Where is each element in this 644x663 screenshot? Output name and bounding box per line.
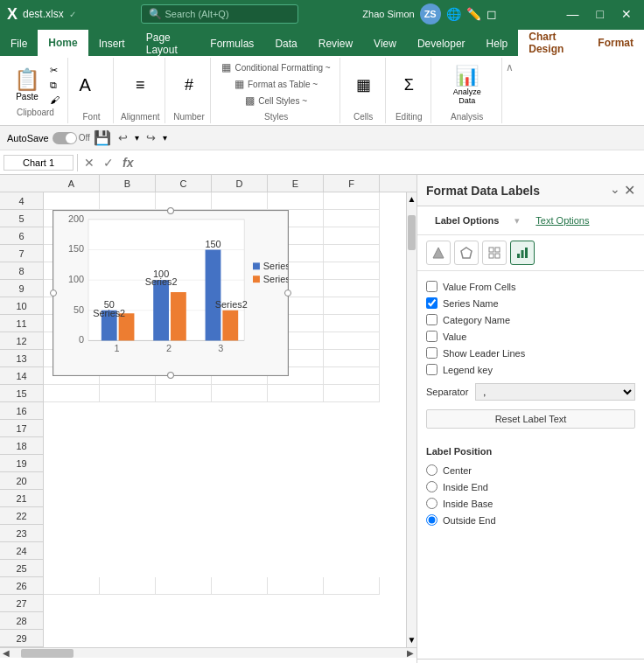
- save-button[interactable]: 💾: [94, 129, 111, 146]
- ribbon-collapse-button[interactable]: ∧: [506, 61, 514, 73]
- panel-tabs: Label Options ▾ Text Options: [417, 206, 644, 235]
- row-28: 28: [0, 612, 43, 630]
- file-name[interactable]: dest.xlsx: [23, 8, 64, 20]
- row-26: 26: [0, 577, 43, 595]
- editing-options[interactable]: Σ: [393, 74, 424, 96]
- font-family-selector[interactable]: A: [76, 73, 108, 97]
- paste-button[interactable]: 📋 Paste: [9, 64, 46, 106]
- checkbox-legend-key[interactable]: Legend key: [426, 361, 635, 378]
- chart-handle-bottom-right[interactable]: [167, 372, 174, 379]
- redo-button[interactable]: ↪: [143, 130, 159, 145]
- inside-base-radio[interactable]: [426, 498, 438, 509]
- undo-dropdown[interactable]: ▾: [135, 133, 139, 143]
- outside-end-radio[interactable]: [426, 514, 438, 526]
- row-12: 12: [0, 332, 43, 350]
- tab-home[interactable]: Home: [38, 30, 88, 56]
- reset-label-text-button[interactable]: Reset Label Text: [426, 409, 635, 429]
- chart-handle-middle-right[interactable]: [284, 290, 291, 297]
- series-name-checkbox[interactable]: [426, 297, 438, 309]
- name-box[interactable]: Chart 1: [4, 155, 74, 171]
- formula-input[interactable]: [139, 156, 640, 170]
- scroll-down-button[interactable]: ▼: [407, 633, 416, 647]
- tab-data[interactable]: Data: [264, 31, 307, 56]
- analyze-data-button[interactable]: 📊 Analyze Data: [442, 63, 493, 107]
- tab-chart-design[interactable]: Chart Design: [518, 30, 587, 56]
- radio-center[interactable]: Center: [426, 462, 635, 478]
- panel-icon-bar-chart[interactable]: [510, 241, 535, 265]
- undo-button[interactable]: ↩: [115, 130, 131, 145]
- scroll-left-button[interactable]: ◀: [0, 648, 12, 658]
- tab-label-options[interactable]: Label Options: [426, 212, 508, 229]
- value-from-cells-checkbox[interactable]: [426, 281, 438, 292]
- panel-icon-fill[interactable]: [426, 241, 451, 265]
- panel-scroll-area[interactable]: Value From Cells Series Name Category Na…: [417, 271, 644, 659]
- h-scroll-track[interactable]: [12, 648, 404, 659]
- checkbox-show-leader-lines[interactable]: Show Leader Lines: [426, 345, 635, 361]
- close-button[interactable]: ✕: [616, 5, 637, 23]
- formula-cancel-icon[interactable]: ✕: [81, 155, 97, 171]
- format-painter-button[interactable]: 🖌: [47, 94, 62, 106]
- radio-inside-base[interactable]: Inside Base: [426, 495, 635, 512]
- tab-text-options[interactable]: Text Options: [527, 212, 598, 229]
- horizontal-scrollbar[interactable]: ◀ ▶: [0, 647, 416, 658]
- scroll-right-button[interactable]: ▶: [404, 648, 416, 658]
- separator-select[interactable]: , ; . (New Line): [475, 383, 635, 401]
- cells-area[interactable]: 200 150 100 50 0: [44, 192, 406, 647]
- search-box[interactable]: 🔍: [141, 4, 298, 24]
- formula-fx-icon[interactable]: fx: [120, 155, 136, 171]
- cut-button[interactable]: ✂: [47, 64, 62, 77]
- tab-separator: ▾: [514, 215, 520, 227]
- copy-button[interactable]: ⧉: [47, 79, 62, 92]
- checkbox-value[interactable]: Value: [426, 328, 635, 345]
- tab-page-layout[interactable]: Page Layout: [136, 31, 200, 56]
- panel-header: Format Data Labels ⌄ ✕: [417, 175, 644, 206]
- minimize-button[interactable]: —: [562, 5, 584, 23]
- search-input[interactable]: [165, 9, 288, 19]
- inside-end-radio[interactable]: [426, 481, 438, 492]
- checkbox-category-name[interactable]: Category Name: [426, 311, 635, 328]
- show-leader-lines-checkbox[interactable]: [426, 347, 438, 359]
- row-7: 7: [0, 245, 43, 262]
- alignment-options[interactable]: ≡: [124, 74, 156, 96]
- quick-access-customize[interactable]: ▾: [163, 133, 167, 143]
- autosave-toggle[interactable]: Off: [52, 132, 90, 144]
- tab-file[interactable]: File: [0, 31, 38, 56]
- value-checkbox[interactable]: [426, 331, 438, 342]
- cells-controls: ▦: [347, 59, 379, 110]
- tab-insert[interactable]: Insert: [88, 31, 136, 56]
- legend-key-checkbox[interactable]: [426, 364, 438, 375]
- tab-view[interactable]: View: [363, 31, 407, 56]
- center-radio[interactable]: [426, 464, 438, 476]
- formula-confirm-icon[interactable]: ✓: [101, 155, 116, 171]
- panel-expand-icon[interactable]: ⌄: [610, 182, 620, 199]
- checkbox-series-name[interactable]: Series Name: [426, 295, 635, 311]
- panel-close-button[interactable]: ✕: [624, 182, 635, 199]
- row-13: 13: [0, 350, 43, 367]
- user-avatar[interactable]: ZS: [420, 3, 441, 24]
- tab-format[interactable]: Format: [587, 30, 644, 56]
- tab-developer[interactable]: Developer: [407, 31, 476, 56]
- h-scroll-thumb[interactable]: [21, 649, 74, 658]
- tab-help[interactable]: Help: [476, 31, 519, 56]
- radio-outside-end[interactable]: Outside End: [426, 512, 635, 528]
- toggle-thumb: [66, 133, 76, 143]
- number-section[interactable]: ▶ Number: [417, 659, 644, 663]
- tab-review[interactable]: Review: [308, 31, 363, 56]
- cells-options[interactable]: ▦: [347, 73, 379, 96]
- category-name-checkbox[interactable]: [426, 314, 438, 325]
- tab-formulas[interactable]: Formulas: [200, 31, 264, 56]
- format-as-table-button[interactable]: ▦ Format as Table ~: [231, 76, 321, 92]
- chart-1[interactable]: 200 150 100 50 0: [52, 210, 289, 376]
- maximize-button[interactable]: □: [592, 5, 609, 23]
- chart-handle-top-right[interactable]: [167, 207, 174, 214]
- cell-styles-button[interactable]: ▩ Cell Styles ~: [242, 93, 311, 108]
- panel-icon-grid[interactable]: [482, 241, 507, 265]
- conditional-formatting-button[interactable]: ▦ Conditional Formatting ~: [218, 59, 333, 75]
- radio-inside-end[interactable]: Inside End: [426, 478, 635, 495]
- checkbox-value-from-cells[interactable]: Value From Cells: [426, 278, 635, 295]
- panel-icon-pentagon[interactable]: [454, 241, 479, 265]
- chart-handle-middle-left[interactable]: [50, 290, 57, 297]
- toggle-track[interactable]: [52, 132, 77, 144]
- number-format[interactable]: #: [173, 74, 205, 96]
- font-label: Font: [75, 110, 108, 122]
